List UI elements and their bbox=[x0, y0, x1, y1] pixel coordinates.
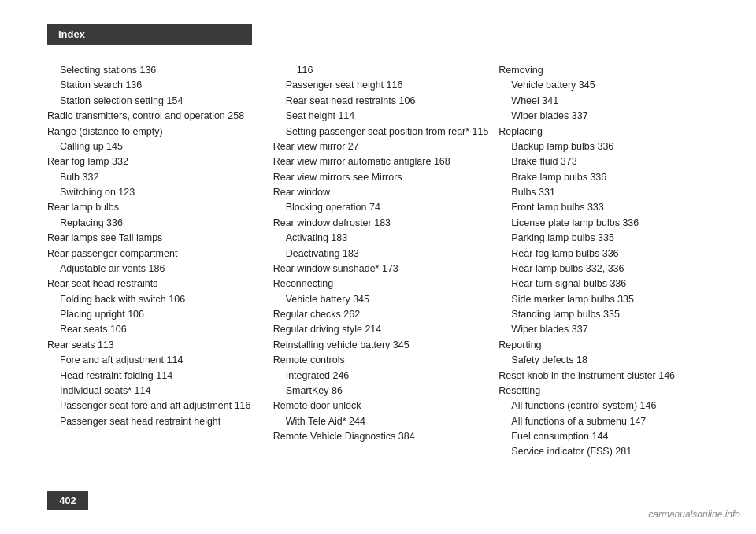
index-entry: Fuel consumption 144 bbox=[498, 429, 717, 444]
index-entry: With Tele Aid* 244 bbox=[273, 414, 491, 429]
index-entry: Reconnecting bbox=[273, 276, 491, 291]
index-entry: Switching on 123 bbox=[47, 185, 265, 200]
header-title: Index bbox=[58, 28, 85, 40]
index-entry: Rear seats 106 bbox=[47, 322, 265, 337]
index-entry: Passenger seat head restraint height bbox=[47, 414, 265, 429]
index-entry: Setting passenger seat position from rea… bbox=[273, 124, 491, 139]
index-entry: Replacing 336 bbox=[47, 216, 265, 231]
index-entry: Rear passenger compartment bbox=[47, 247, 265, 261]
index-entry: Passenger seat height 116 bbox=[273, 78, 491, 93]
index-entry: Blocking operation 74 bbox=[273, 200, 491, 215]
index-entry: Rear view mirrors see Mirrors bbox=[273, 170, 491, 185]
index-entry: Removing bbox=[498, 63, 717, 78]
index-entry: Service indicator (FSS) 281 bbox=[498, 444, 717, 459]
page-container: Index Selecting stations 136Station sear… bbox=[0, 0, 756, 534]
index-entry: Placing upright 106 bbox=[47, 307, 265, 322]
index-entry: Folding back with switch 106 bbox=[47, 292, 265, 307]
index-entry: Rear seat head restraints 106 bbox=[273, 94, 491, 109]
index-entry: Station search 136 bbox=[47, 78, 265, 93]
index-entry: Backup lamp bulbs 336 bbox=[498, 139, 717, 154]
index-entry: All functions (control system) 146 bbox=[498, 399, 717, 413]
index-entry: Standing lamp bulbs 335 bbox=[498, 307, 717, 322]
index-entry: Rear window sunshade* 173 bbox=[273, 261, 491, 276]
index-entry: Head restraint folding 114 bbox=[47, 369, 265, 384]
index-entry: Rear lamp bulbs bbox=[47, 200, 265, 215]
index-entry: Rear fog lamp bulbs 336 bbox=[498, 247, 717, 261]
index-entry: Resetting bbox=[498, 384, 717, 399]
content-area: Selecting stations 136Station search 136… bbox=[47, 63, 724, 479]
index-entry: Integrated 246 bbox=[273, 369, 491, 384]
index-entry: Replacing bbox=[498, 124, 717, 139]
index-entry: 116 bbox=[273, 63, 491, 78]
index-entry: Brake fluid 373 bbox=[498, 154, 717, 169]
index-entry: Side marker lamp bulbs 335 bbox=[498, 292, 717, 307]
index-entry: Rear seats 113 bbox=[47, 338, 265, 353]
index-entry: Rear view mirror 27 bbox=[273, 139, 491, 154]
index-entry: Parking lamp bulbs 335 bbox=[498, 231, 717, 246]
index-entry: Individual seats* 114 bbox=[47, 384, 265, 399]
index-entry: Adjustable air vents 186 bbox=[47, 261, 265, 276]
index-entry: Wiper blades 337 bbox=[498, 322, 717, 337]
column-2: 116Passenger seat height 116Rear seat he… bbox=[273, 63, 499, 479]
index-entry: Remote door unlock bbox=[273, 399, 491, 413]
index-entry: Seat height 114 bbox=[273, 109, 491, 124]
index-entry: All functions of a submenu 147 bbox=[498, 414, 717, 429]
header-bar: Index bbox=[47, 24, 252, 45]
index-entry: Wheel 341 bbox=[498, 94, 717, 109]
index-entry: Rear lamps see Tail lamps bbox=[47, 231, 265, 246]
index-entry: Rear view mirror automatic antiglare 168 bbox=[273, 154, 491, 169]
page-number-badge: 402 bbox=[47, 491, 88, 510]
index-entry: Passenger seat fore and aft adjustment 1… bbox=[47, 399, 265, 413]
watermark: carmanualsonline.info bbox=[648, 509, 740, 520]
column-3: RemovingVehicle battery 345Wheel 341Wipe… bbox=[498, 63, 724, 479]
index-entry: SmartKey 86 bbox=[273, 384, 491, 399]
page-number-text: 402 bbox=[59, 495, 76, 506]
index-entry: Station selection setting 154 bbox=[47, 94, 265, 109]
index-entry: Regular checks 262 bbox=[273, 307, 491, 322]
index-entry: Rear window bbox=[273, 185, 491, 200]
index-entry: Remote Vehicle Diagnostics 384 bbox=[273, 429, 491, 444]
index-entry: Range (distance to empty) bbox=[47, 124, 265, 139]
index-entry: Reporting bbox=[498, 338, 717, 353]
index-entry: Reinstalling vehicle battery 345 bbox=[273, 338, 491, 353]
index-entry: Rear lamp bulbs 332, 336 bbox=[498, 261, 717, 276]
index-entry: Deactivating 183 bbox=[273, 247, 491, 261]
index-entry: Rear turn signal bulbs 336 bbox=[498, 276, 717, 291]
index-entry: Rear fog lamp 332 bbox=[47, 154, 265, 169]
index-entry: Bulb 332 bbox=[47, 170, 265, 185]
index-entry: Front lamp bulbs 333 bbox=[498, 200, 717, 215]
index-entry: Fore and aft adjustment 114 bbox=[47, 353, 265, 368]
index-entry: Selecting stations 136 bbox=[47, 63, 265, 78]
index-entry: Rear window defroster 183 bbox=[273, 216, 491, 231]
index-entry: Regular driving style 214 bbox=[273, 322, 491, 337]
index-entry: Brake lamp bulbs 336 bbox=[498, 170, 717, 185]
index-entry: Vehicle battery 345 bbox=[273, 292, 491, 307]
index-entry: Calling up 145 bbox=[47, 139, 265, 154]
index-entry: Radio transmitters, control and operatio… bbox=[47, 109, 265, 124]
index-entry: Safety defects 18 bbox=[498, 353, 717, 368]
index-entry: Rear seat head restraints bbox=[47, 276, 265, 291]
index-entry: Reset knob in the instrument cluster 146 bbox=[498, 369, 717, 384]
column-1: Selecting stations 136Station search 136… bbox=[47, 63, 273, 479]
index-entry: Vehicle battery 345 bbox=[498, 78, 717, 93]
index-entry: Bulbs 331 bbox=[498, 185, 717, 200]
index-entry: License plate lamp bulbs 336 bbox=[498, 216, 717, 231]
index-entry: Remote controls bbox=[273, 353, 491, 368]
index-entry: Activating 183 bbox=[273, 231, 491, 246]
index-entry: Wiper blades 337 bbox=[498, 109, 717, 124]
